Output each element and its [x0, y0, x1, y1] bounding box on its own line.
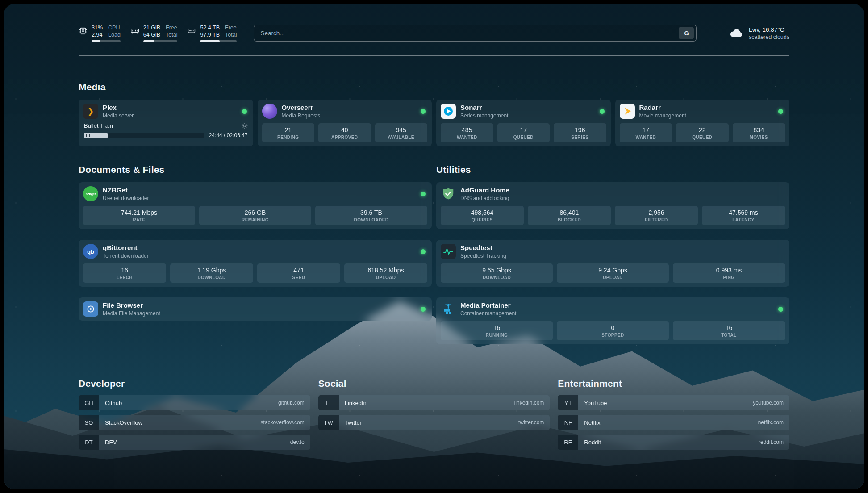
search-provider-button[interactable]: G: [679, 27, 694, 39]
service-name: Media Portainer: [460, 301, 516, 310]
memory-label-top: Free: [166, 24, 177, 31]
section-title-developer: Developer: [79, 378, 310, 389]
cloud-icon: [729, 28, 743, 38]
bookmark-name: Netflix: [578, 419, 600, 426]
memory-icon: [130, 26, 139, 35]
service-name: NZBGet: [103, 186, 149, 195]
status-dot: [778, 307, 783, 312]
weather-condition: scattered clouds: [749, 34, 789, 40]
service-name: File Browser: [103, 301, 160, 310]
stat-queued: 17QUEUED: [497, 123, 550, 142]
section-documents: Documents & Files nzbget NZBGet Usenet d…: [79, 164, 432, 321]
disk-free-value: 52.4 TB: [200, 24, 220, 31]
service-card-radarr[interactable]: Radarr Movie management 17WANTED 22QUEUE…: [615, 100, 790, 146]
service-card-portainer[interactable]: Media Portainer Container management 16R…: [436, 297, 789, 344]
section-title-media: Media: [79, 82, 789, 92]
cpu-label-bottom: Load: [108, 31, 121, 38]
stat-filtered: 2,956FILTERED: [615, 206, 698, 225]
service-card-nzbget[interactable]: nzbget NZBGet Usenet downloader 744.21 M…: [79, 182, 432, 229]
pause-icon[interactable]: [86, 134, 90, 137]
service-card-speedtest[interactable]: Speedtest Speedtest Tracking 9.65 GbpsDO…: [436, 240, 789, 287]
bookmark-abbr: RE: [558, 435, 578, 450]
playback-progress-track[interactable]: [84, 133, 204, 138]
memory-progress-bar: [143, 40, 178, 42]
service-name: qBittorrent: [103, 244, 149, 252]
stat-latency: 47.569 msLATENCY: [702, 206, 785, 225]
service-name: Plex: [103, 104, 134, 112]
bookmark-abbr: SO: [79, 415, 99, 430]
bookmark-netflix[interactable]: NF Netflix netflix.com: [558, 415, 789, 430]
service-subtitle: Movie management: [639, 113, 686, 119]
bookmark-linkedin[interactable]: LI LinkedIn linkedin.com: [318, 395, 550, 410]
stat-total: 16TOTAL: [673, 321, 785, 340]
service-card-plex[interactable]: ❯ Plex Media server Bullet Train: [79, 100, 253, 146]
bookmark-dev[interactable]: DT DEV dev.to: [79, 435, 310, 450]
service-card-adguard[interactable]: AdGuard Home DNS and adblocking 498,564Q…: [436, 182, 789, 229]
bookmark-url: reddit.com: [759, 439, 789, 445]
service-card-overseerr[interactable]: Overseerr Media Requests 21PENDING 40APP…: [258, 100, 432, 146]
playback-time: 24:44 / 02:06:47: [209, 132, 248, 138]
weather-widget: Lviv, 16.87°C scattered clouds: [729, 26, 789, 40]
stat-wanted: 485WANTED: [441, 123, 493, 142]
stat-series: 196SERIES: [554, 123, 606, 142]
bookmark-name: LinkedIn: [339, 400, 367, 406]
service-card-qbittorrent[interactable]: qb qBittorrent Torrent downloader 16LEEC…: [79, 240, 432, 287]
status-dot: [421, 192, 426, 196]
service-name: Sonarr: [460, 104, 508, 112]
status-dot: [421, 109, 426, 114]
bookmark-abbr: GH: [79, 395, 99, 410]
search-input[interactable]: [260, 30, 679, 37]
service-subtitle: Media server: [103, 113, 134, 119]
top-bar: 31% CPU 2.94 Load 21 GiB Free: [79, 21, 789, 45]
stat-upload: 618.52 MbpsUPLOAD: [344, 263, 427, 283]
stat-pending: 21PENDING: [262, 123, 315, 142]
bookmark-name: StackOverflow: [99, 419, 142, 426]
service-card-sonarr[interactable]: Sonarr Series management 485WANTED 17QUE…: [436, 100, 611, 146]
stat-download: 9.65 GbpsDOWNLOAD: [441, 263, 553, 283]
service-subtitle: Media File Management: [103, 310, 160, 317]
bookmark-url: dev.to: [290, 439, 310, 445]
service-subtitle: Series management: [460, 113, 508, 119]
status-dot: [600, 109, 605, 114]
bookmark-youtube[interactable]: YT YouTube youtube.com: [558, 395, 789, 410]
status-dot: [778, 109, 783, 114]
stat-queries: 498,564QUERIES: [441, 206, 524, 225]
bookmark-name: Github: [99, 400, 122, 406]
service-name: Radarr: [639, 104, 686, 112]
bookmark-url: linkedin.com: [514, 400, 550, 406]
stat-blocked: 86,401BLOCKED: [528, 206, 611, 225]
bookmark-reddit[interactable]: RE Reddit reddit.com: [558, 435, 789, 450]
bookmarks-developer: Developer GH Github github.com SO StackO…: [79, 378, 310, 454]
cpu-widget: 31% CPU 2.94 Load: [79, 24, 121, 42]
bookmark-twitter[interactable]: TW Twitter twitter.com: [318, 415, 550, 430]
cpu-usage-value: 31%: [92, 24, 103, 31]
dashboard-screen: 31% CPU 2.94 Load 21 GiB Free: [4, 4, 864, 489]
bookmark-name: YouTube: [578, 400, 607, 406]
service-card-filebrowser[interactable]: File Browser Media File Management: [79, 297, 432, 321]
disk-total-value: 97.9 TB: [200, 31, 220, 38]
bookmark-github[interactable]: GH Github github.com: [79, 395, 310, 410]
bookmark-abbr: DT: [79, 435, 99, 450]
bookmarks-entertainment: Entertainment YT YouTube youtube.com NF …: [558, 378, 789, 454]
bookmark-stackoverflow[interactable]: SO StackOverflow stackoverflow.com: [79, 415, 310, 430]
bookmark-abbr: LI: [318, 395, 339, 410]
topbar-divider: [79, 55, 789, 56]
status-dot: [421, 249, 426, 254]
cpu-icon: [79, 26, 88, 35]
now-playing-title: Bullet Train: [84, 122, 113, 129]
search-bar: G: [254, 25, 697, 42]
status-dot: [421, 307, 426, 312]
stat-remaining: 266 GBREMAINING: [199, 206, 311, 225]
overseerr-icon: [262, 104, 277, 119]
gear-icon[interactable]: [242, 123, 248, 129]
stat-seed: 471SEED: [257, 263, 340, 283]
memory-widget: 21 GiB Free 64 GiB Total: [130, 24, 178, 42]
bookmark-name: DEV: [99, 439, 117, 446]
filebrowser-icon: [83, 301, 98, 317]
stat-approved: 40APPROVED: [318, 123, 371, 142]
plex-icon: ❯: [83, 104, 98, 119]
stat-queued: 22QUEUED: [676, 123, 729, 142]
bookmarks-social: Social LI LinkedIn linkedin.com TW Twitt…: [318, 378, 550, 435]
service-name: Overseerr: [282, 104, 321, 112]
stat-running: 16RUNNING: [441, 321, 553, 340]
